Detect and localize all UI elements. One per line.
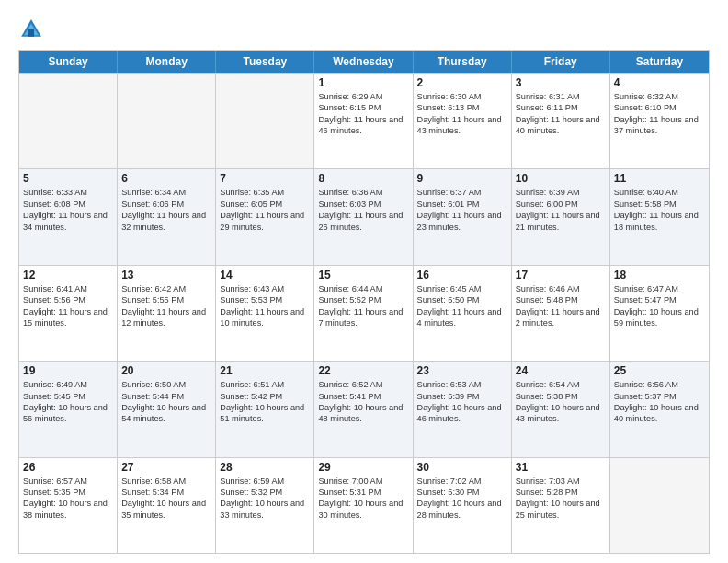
header-cell-friday: Friday [512, 51, 610, 73]
day-number: 15 [318, 269, 408, 282]
day-number: 12 [23, 269, 113, 282]
day-info: Sunrise: 6:29 AM Sunset: 6:15 PM Dayligh… [318, 91, 408, 137]
calendar-cell [610, 458, 709, 553]
day-number: 18 [614, 269, 705, 282]
day-info: Sunrise: 6:56 AM Sunset: 5:37 PM Dayligh… [614, 379, 705, 425]
day-number: 20 [121, 364, 211, 377]
header-cell-wednesday: Wednesday [314, 51, 413, 73]
day-info: Sunrise: 6:50 AM Sunset: 5:44 PM Dayligh… [121, 379, 211, 425]
calendar-cell: 3Sunrise: 6:31 AM Sunset: 6:11 PM Daylig… [512, 74, 610, 168]
day-number: 24 [516, 364, 606, 377]
day-info: Sunrise: 6:32 AM Sunset: 6:10 PM Dayligh… [614, 91, 705, 137]
day-number: 29 [318, 461, 408, 474]
header-cell-tuesday: Tuesday [216, 51, 314, 73]
calendar-week-4: 19Sunrise: 6:49 AM Sunset: 5:45 PM Dayli… [19, 361, 709, 456]
calendar-cell: 8Sunrise: 6:36 AM Sunset: 6:03 PM Daylig… [314, 169, 413, 264]
day-info: Sunrise: 6:45 AM Sunset: 5:50 PM Dayligh… [417, 283, 507, 329]
calendar-cell [19, 74, 118, 168]
calendar-cell: 24Sunrise: 6:54 AM Sunset: 5:38 PM Dayli… [512, 362, 610, 456]
day-info: Sunrise: 6:58 AM Sunset: 5:34 PM Dayligh… [121, 476, 211, 522]
calendar-cell: 15Sunrise: 6:44 AM Sunset: 5:52 PM Dayli… [314, 266, 413, 361]
day-number: 9 [417, 172, 507, 185]
day-info: Sunrise: 6:30 AM Sunset: 6:13 PM Dayligh… [417, 91, 507, 137]
calendar-cell: 26Sunrise: 6:57 AM Sunset: 5:35 PM Dayli… [19, 458, 118, 553]
day-number: 17 [516, 269, 606, 282]
calendar-week-5: 26Sunrise: 6:57 AM Sunset: 5:35 PM Dayli… [19, 457, 709, 553]
day-info: Sunrise: 6:40 AM Sunset: 5:58 PM Dayligh… [614, 187, 705, 233]
calendar-cell: 6Sunrise: 6:34 AM Sunset: 6:06 PM Daylig… [118, 169, 216, 264]
calendar-cell: 2Sunrise: 6:30 AM Sunset: 6:13 PM Daylig… [414, 74, 512, 168]
day-info: Sunrise: 6:57 AM Sunset: 5:35 PM Dayligh… [23, 476, 113, 522]
calendar-cell: 30Sunrise: 7:02 AM Sunset: 5:30 PM Dayli… [414, 458, 512, 553]
calendar-cell [216, 74, 314, 168]
calendar-cell: 1Sunrise: 6:29 AM Sunset: 6:15 PM Daylig… [314, 74, 413, 168]
calendar-week-2: 5Sunrise: 6:33 AM Sunset: 6:08 PM Daylig… [19, 168, 709, 264]
day-number: 13 [121, 269, 211, 282]
calendar-cell [118, 74, 216, 168]
day-info: Sunrise: 6:34 AM Sunset: 6:06 PM Dayligh… [121, 187, 211, 233]
logo-icon [18, 17, 44, 42]
day-number: 23 [417, 364, 507, 377]
calendar-cell: 11Sunrise: 6:40 AM Sunset: 5:58 PM Dayli… [610, 169, 709, 264]
day-number: 22 [318, 364, 408, 377]
day-info: Sunrise: 6:33 AM Sunset: 6:08 PM Dayligh… [23, 187, 113, 233]
day-number: 3 [516, 76, 606, 89]
calendar-cell: 13Sunrise: 6:42 AM Sunset: 5:55 PM Dayli… [118, 266, 216, 361]
calendar-cell: 27Sunrise: 6:58 AM Sunset: 5:34 PM Dayli… [118, 458, 216, 553]
header-cell-sunday: Sunday [19, 51, 118, 73]
calendar-cell: 17Sunrise: 6:46 AM Sunset: 5:48 PM Dayli… [512, 266, 610, 361]
day-info: Sunrise: 6:36 AM Sunset: 6:03 PM Dayligh… [318, 187, 408, 233]
day-info: Sunrise: 6:46 AM Sunset: 5:48 PM Dayligh… [516, 283, 606, 329]
calendar-cell: 25Sunrise: 6:56 AM Sunset: 5:37 PM Dayli… [610, 362, 709, 456]
day-info: Sunrise: 6:44 AM Sunset: 5:52 PM Dayligh… [318, 283, 408, 329]
day-info: Sunrise: 6:51 AM Sunset: 5:42 PM Dayligh… [220, 379, 310, 425]
calendar-body: 1Sunrise: 6:29 AM Sunset: 6:15 PM Daylig… [19, 73, 709, 553]
day-number: 28 [220, 461, 310, 474]
calendar-cell: 12Sunrise: 6:41 AM Sunset: 5:56 PM Dayli… [19, 266, 118, 361]
day-info: Sunrise: 7:00 AM Sunset: 5:31 PM Dayligh… [318, 476, 408, 522]
day-info: Sunrise: 6:54 AM Sunset: 5:38 PM Dayligh… [516, 379, 606, 425]
day-info: Sunrise: 6:39 AM Sunset: 6:00 PM Dayligh… [516, 187, 606, 233]
day-info: Sunrise: 6:52 AM Sunset: 5:41 PM Dayligh… [318, 379, 408, 425]
svg-rect-2 [28, 29, 34, 37]
header-cell-saturday: Saturday [610, 51, 709, 73]
calendar-cell: 19Sunrise: 6:49 AM Sunset: 5:45 PM Dayli… [19, 362, 118, 456]
calendar-cell: 4Sunrise: 6:32 AM Sunset: 6:10 PM Daylig… [610, 74, 709, 168]
header [18, 17, 710, 42]
day-number: 30 [417, 461, 507, 474]
day-info: Sunrise: 6:31 AM Sunset: 6:11 PM Dayligh… [516, 91, 606, 137]
calendar-cell: 16Sunrise: 6:45 AM Sunset: 5:50 PM Dayli… [414, 266, 512, 361]
day-info: Sunrise: 6:43 AM Sunset: 5:53 PM Dayligh… [220, 283, 310, 329]
calendar-cell: 28Sunrise: 6:59 AM Sunset: 5:32 PM Dayli… [216, 458, 314, 553]
calendar-cell: 18Sunrise: 6:47 AM Sunset: 5:47 PM Dayli… [610, 266, 709, 361]
day-number: 14 [220, 269, 310, 282]
calendar: SundayMondayTuesdayWednesdayThursdayFrid… [18, 50, 710, 554]
day-info: Sunrise: 6:49 AM Sunset: 5:45 PM Dayligh… [23, 379, 113, 425]
day-number: 6 [121, 172, 211, 185]
calendar-cell: 21Sunrise: 6:51 AM Sunset: 5:42 PM Dayli… [216, 362, 314, 456]
day-number: 8 [318, 172, 408, 185]
calendar-week-1: 1Sunrise: 6:29 AM Sunset: 6:15 PM Daylig… [19, 73, 709, 168]
day-info: Sunrise: 6:47 AM Sunset: 5:47 PM Dayligh… [614, 283, 705, 329]
day-info: Sunrise: 6:41 AM Sunset: 5:56 PM Dayligh… [23, 283, 113, 329]
calendar-header-row: SundayMondayTuesdayWednesdayThursdayFrid… [19, 51, 709, 73]
calendar-cell: 22Sunrise: 6:52 AM Sunset: 5:41 PM Dayli… [314, 362, 413, 456]
day-info: Sunrise: 7:02 AM Sunset: 5:30 PM Dayligh… [417, 476, 507, 522]
day-number: 4 [614, 76, 705, 89]
day-number: 26 [23, 461, 113, 474]
day-number: 16 [417, 269, 507, 282]
day-number: 31 [516, 461, 606, 474]
calendar-cell: 7Sunrise: 6:35 AM Sunset: 6:05 PM Daylig… [216, 169, 314, 264]
logo [18, 17, 48, 42]
calendar-cell: 29Sunrise: 7:00 AM Sunset: 5:31 PM Dayli… [314, 458, 413, 553]
day-number: 11 [614, 172, 705, 185]
day-info: Sunrise: 6:42 AM Sunset: 5:55 PM Dayligh… [121, 283, 211, 329]
day-number: 19 [23, 364, 113, 377]
calendar-cell: 14Sunrise: 6:43 AM Sunset: 5:53 PM Dayli… [216, 266, 314, 361]
day-number: 5 [23, 172, 113, 185]
calendar-cell: 20Sunrise: 6:50 AM Sunset: 5:44 PM Dayli… [118, 362, 216, 456]
header-cell-monday: Monday [118, 51, 216, 73]
day-number: 21 [220, 364, 310, 377]
calendar-cell: 31Sunrise: 7:03 AM Sunset: 5:28 PM Dayli… [512, 458, 610, 553]
calendar-week-3: 12Sunrise: 6:41 AM Sunset: 5:56 PM Dayli… [19, 265, 709, 361]
